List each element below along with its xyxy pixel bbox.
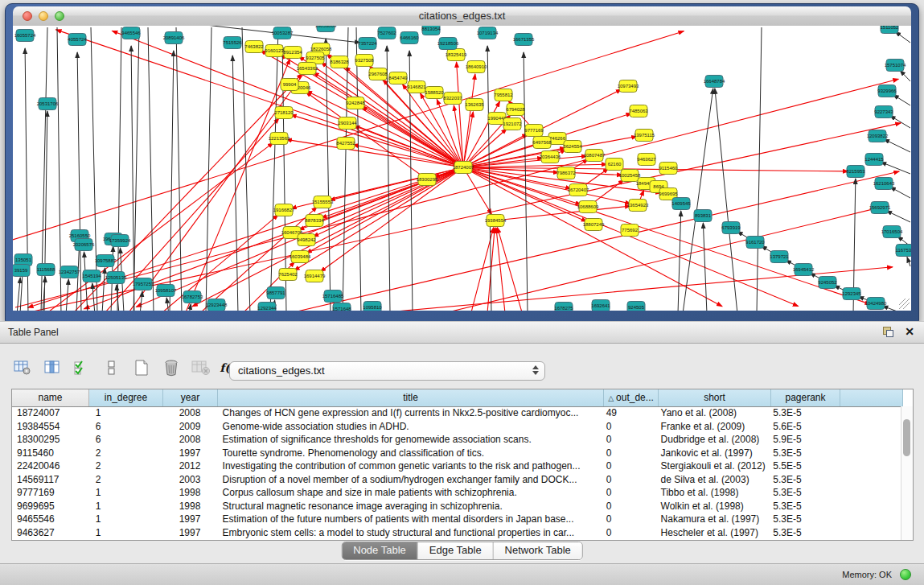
table-row[interactable]: 977716911998Corpus callosum shape and si… xyxy=(12,486,901,500)
graph-node[interactable]: 1292345 xyxy=(842,288,861,300)
graph-node[interactable]: 2903144 xyxy=(338,117,357,130)
graph-node[interactable]: 9857791 xyxy=(266,287,285,299)
graph-node[interactable]: 8322037 xyxy=(443,93,462,105)
graph-node[interactable]: 1545194 xyxy=(82,270,101,282)
table-row[interactable]: 969969511998Structural magnetic resonanc… xyxy=(12,500,901,513)
graph-node[interactable]: 18807249 xyxy=(583,219,605,231)
graph-node[interactable]: 7955812 xyxy=(494,89,513,101)
table-row[interactable]: 1456911722003Disruption of a novel membe… xyxy=(12,473,901,487)
table-row[interactable]: 1872400712008Changes of HCN gene express… xyxy=(12,406,901,420)
graph-node[interactable]: 9498242 xyxy=(297,234,316,246)
graph-node[interactable]: 9227343 xyxy=(874,106,893,118)
network-window-titlebar[interactable]: citations_edges.txt xyxy=(13,6,911,27)
graph-node[interactable]: 924505 xyxy=(627,302,645,311)
graph-node[interactable]: 1511052 xyxy=(881,26,900,34)
graph-node[interactable]: 7625402 xyxy=(278,269,298,281)
graph-node[interactable]: 7515526 xyxy=(223,37,242,49)
graph-node[interactable]: 6793919 xyxy=(721,222,741,234)
column-header-filler[interactable] xyxy=(840,389,903,406)
graph-node[interactable]: 12213563 xyxy=(269,133,290,145)
graph-node[interactable]: 16671355 xyxy=(513,34,535,46)
graph-node[interactable]: 1692641 xyxy=(591,300,610,311)
graph-node[interactable]: 13975115 xyxy=(634,130,655,142)
graph-node[interactable]: 7357224 xyxy=(358,38,377,50)
graph-node[interactable]: 775692 xyxy=(621,225,639,237)
graph-node[interactable]: 6794028 xyxy=(506,104,525,116)
graph-node[interactable]: 39159 xyxy=(13,265,30,277)
graph-node[interactable]: 3624554 xyxy=(563,141,582,153)
graph-node[interactable]: 15155553 xyxy=(312,196,334,208)
graph-node[interactable]: 1921072 xyxy=(503,118,522,130)
graph-node[interactable]: 12093822 xyxy=(867,130,889,142)
table-row[interactable]: 911546021997Tourette syndrome. Phenomeno… xyxy=(12,447,901,460)
graph-node[interactable]: 16543362 xyxy=(297,63,318,75)
graph-node[interactable]: 20206576 xyxy=(73,239,95,251)
graph-node[interactable]: 6497568 xyxy=(532,137,552,149)
graph-node[interactable]: 12505135 xyxy=(105,272,127,284)
graph-node[interactable]: 13654923 xyxy=(627,200,649,212)
import-table-icon[interactable] xyxy=(191,358,211,377)
graph-node[interactable]: 16945412 xyxy=(793,264,815,276)
graph-node[interactable]: 19384554 xyxy=(485,215,507,227)
graph-node[interactable]: 8427552 xyxy=(336,138,355,150)
graph-node[interactable]: 1095810 xyxy=(363,302,382,311)
graph-node[interactable]: 20531706 xyxy=(37,98,59,110)
resize-grip[interactable] xyxy=(899,299,910,309)
graph-node[interactable]: 9465546 xyxy=(121,27,141,39)
graph-node[interactable]: 9242848 xyxy=(346,97,365,109)
column-header-out_degree[interactable]: △out_de... xyxy=(604,389,659,406)
table-settings-icon[interactable] xyxy=(13,358,32,377)
graph-node[interactable]: 1362635 xyxy=(465,99,484,111)
graph-node[interactable]: 1571648 xyxy=(332,303,351,311)
graph-node[interactable]: 16720407 xyxy=(568,184,589,196)
row-height-icon[interactable] xyxy=(102,358,121,377)
graph-node[interactable]: 12923448 xyxy=(206,299,228,311)
graph-node[interactable]: 7986372 xyxy=(556,167,576,179)
graph-node[interactable]: 9327508 xyxy=(355,55,374,67)
graph-node[interactable]: 20891406 xyxy=(163,32,185,44)
table-row[interactable]: 2242004622012Investigating the contribut… xyxy=(12,459,901,473)
graph-node[interactable]: 18640910 xyxy=(466,61,487,73)
graph-node[interactable]: 9463627 xyxy=(637,154,656,166)
graph-node[interactable]: 10973493 xyxy=(618,80,639,93)
graph-node[interactable]: 18300295 xyxy=(417,174,438,186)
graph-node[interactable]: 10975887 xyxy=(95,255,117,267)
graph-node[interactable]: 10958107 xyxy=(155,285,177,297)
table-row[interactable]: 1938455462009Genome-wide association stu… xyxy=(12,420,901,434)
graph-node[interactable]: 10688609 xyxy=(577,201,599,213)
graph-node[interactable]: 9146821 xyxy=(407,81,426,93)
graph-node[interactable]: 9115460 xyxy=(659,163,679,175)
column-header-year[interactable]: year xyxy=(163,389,218,406)
graph-node[interactable]: 2718120 xyxy=(274,107,294,119)
graph-node[interactable]: 15716485 xyxy=(322,290,344,303)
graph-node[interactable]: 16914479 xyxy=(304,270,326,282)
graph-node[interactable]: 10053287 xyxy=(272,27,294,39)
graph-node[interactable]: 10807487 xyxy=(584,150,606,162)
graph-node[interactable]: 9329966 xyxy=(877,85,897,97)
graph-node[interactable]: 6466160 xyxy=(400,32,419,44)
graph-node[interactable]: 16782753 xyxy=(182,291,203,303)
graph-node[interactable]: 19166827 xyxy=(273,204,295,216)
graph-node[interactable]: 7463822 xyxy=(244,41,264,53)
graph-node[interactable]: 2967608 xyxy=(368,68,388,80)
graph-node[interactable]: 4055724 xyxy=(68,34,87,46)
graph-node[interactable]: 17359924 xyxy=(109,235,131,247)
column-header-pagerank[interactable]: pagerank xyxy=(771,389,840,406)
graph-node[interactable]: 8878334 xyxy=(305,215,324,227)
table-row[interactable]: 946554611997Estimation of the future num… xyxy=(12,513,901,526)
graph-node[interactable]: 99904 xyxy=(281,79,298,91)
graph-node[interactable]: 9160123 xyxy=(265,45,284,57)
graph-node[interactable]: 1409545 xyxy=(671,198,691,210)
table-scrollbar[interactable] xyxy=(901,406,913,540)
graph-node[interactable]: 12342757 xyxy=(59,266,80,278)
graph-node[interactable]: 18724007 xyxy=(453,162,474,174)
graph-node[interactable]: 9161720 xyxy=(745,237,765,249)
graph-node[interactable]: 8186328 xyxy=(330,56,349,68)
select-columns-icon[interactable] xyxy=(72,358,92,377)
graph-node[interactable]: 62160 xyxy=(606,159,623,171)
delete-table-icon[interactable] xyxy=(162,358,181,377)
graph-node[interactable]: 8813054 xyxy=(421,26,441,35)
graph-node[interactable]: 1167534 xyxy=(896,245,911,257)
graph-node[interactable]: 16055724 xyxy=(14,30,36,42)
table-selector-dropdown[interactable]: citations_edges.txt xyxy=(229,361,545,381)
